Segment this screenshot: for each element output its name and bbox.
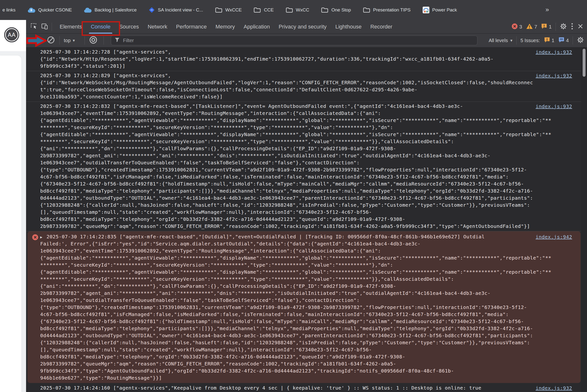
log-line-text: 4c67-bf56-bd8ccf492f81","isFcManaged":fa… bbox=[40, 174, 509, 180]
error-count: 3 bbox=[519, 24, 522, 30]
log-line-text: ********","secureKeyId":"**********","se… bbox=[40, 262, 393, 268]
bookmark-item-sa-incident-view-c[interactable]: SA Incident view - C... bbox=[148, 6, 203, 14]
bookmark-item-presentation-tips[interactable]: Presentation TIPS bbox=[363, 7, 411, 13]
source-link[interactable]: index.js:942 bbox=[536, 234, 572, 240]
scrollbar-thumb[interactable] bbox=[582, 49, 585, 77]
log-line-text: ********","secureKeyId":"**********","se… bbox=[40, 138, 454, 144]
error-count-badge[interactable]: 3 bbox=[511, 23, 522, 31]
log-line: {"type":"OUTBOUND"},"createdTimestamp":1… bbox=[40, 166, 567, 173]
log-line: ********","secureKeyId":"**********","se… bbox=[40, 276, 566, 283]
devtools-settings-button[interactable] bbox=[560, 23, 567, 31]
clear-console-icon bbox=[47, 36, 55, 45]
user-avatar[interactable]: AA bbox=[4, 27, 19, 42]
bookmark-item-one-stop[interactable]: One Stop bbox=[321, 7, 351, 13]
folder-icon bbox=[253, 7, 261, 13]
inspect-element-button[interactable] bbox=[30, 23, 38, 31]
tab-label: Sources bbox=[119, 24, 139, 30]
context-selector[interactable]: top ▾ bbox=[64, 34, 75, 47]
warning-count-badge[interactable]: 7 bbox=[526, 23, 537, 31]
folder-icon bbox=[215, 7, 223, 13]
log-line: {"12032988248":{"callerId":null,"hasJoin… bbox=[40, 202, 567, 209]
log-line-text: {"id":"Network/Http/Response","logVer":1… bbox=[40, 56, 493, 62]
bookmark-label: Presentation TIPS bbox=[373, 7, 411, 13]
error-circle-icon bbox=[32, 234, 39, 242]
gear-icon bbox=[577, 39, 584, 44]
tab-console[interactable]: Console bbox=[87, 20, 115, 34]
console-settings-button[interactable] bbox=[577, 36, 584, 45]
bookmarks-overflow-chevron[interactable]: » bbox=[545, 6, 548, 14]
source-link[interactable]: index.js:932 bbox=[536, 49, 572, 56]
toolbar-divider bbox=[60, 36, 60, 44]
bookmark-item-power-pack[interactable]: Power Pack bbox=[422, 6, 457, 14]
bookmark-item-cce[interactable]: CCE bbox=[253, 7, 274, 13]
bookmark-item-quicker-csone[interactable]: Quicker CSONE bbox=[27, 7, 72, 13]
breaking-issues-badge[interactable]: 1 bbox=[544, 37, 554, 44]
levels-dropdown[interactable]: All levels ▾ bbox=[489, 38, 512, 43]
toolbar-divider bbox=[573, 36, 573, 44]
log-line: 0d4444ad2123","outboundType":"OUTDIAL","… bbox=[40, 332, 566, 339]
gear-icon bbox=[560, 25, 567, 31]
levels-label: All levels bbox=[489, 38, 508, 43]
log-line-text: Failed:', Error",{"isErr":"yes","id":"Se… bbox=[40, 241, 420, 247]
bookmark-item-wxcc[interactable]: WxCC bbox=[285, 7, 309, 13]
info-issues-badge[interactable]: 4 bbox=[558, 37, 569, 44]
source-link[interactable]: index.js:932 bbox=[536, 385, 572, 391]
bookmark-label: Quicker CSONE bbox=[38, 7, 72, 13]
bookmark-item-wxcce[interactable]: WxCCE bbox=[215, 7, 242, 13]
log-entry: index.js:9322025-07-30 17:14:22:829 ["ag… bbox=[26, 71, 587, 102]
source-link[interactable]: index.js:932 bbox=[536, 72, 572, 79]
log-line-text: [],"queuedTimestamp":null,"state":"creat… bbox=[40, 347, 372, 352]
log-line-text: {"ani":"**********","dn":"**********"},"… bbox=[40, 283, 396, 289]
log-line: ▶2025-07-30 17:14:22:835 ["agentx-mfe-re… bbox=[40, 233, 566, 240]
devtools-panel: ElementsConsoleSourcesNetworkPerformance… bbox=[26, 20, 587, 392]
console-scrollbar[interactable] bbox=[581, 48, 587, 392]
clear-console-button[interactable] bbox=[47, 34, 55, 47]
device-toolbar-icon bbox=[41, 23, 48, 31]
log-line: {"agentEditable":"**********","agentView… bbox=[40, 268, 566, 276]
tab-performance[interactable]: Performance bbox=[172, 20, 211, 34]
tab-elements[interactable]: Elements bbox=[55, 20, 87, 34]
log-line-text: 2025-07-30 17:14:22:829 ["agentx-service… bbox=[40, 72, 171, 78]
more-options-button[interactable] bbox=[571, 23, 573, 31]
log-line: {"ani":"**********","dn":"**********"},"… bbox=[40, 145, 567, 152]
log-line-text: 2025-07-30 17:14:22:832 ["agentx-mfe-rea… bbox=[40, 103, 463, 109]
live-expressions-button[interactable] bbox=[89, 34, 98, 47]
log-line: {"ani":"**********","dn":"**********"},"… bbox=[40, 283, 566, 290]
log-line: 0d4444ad2123","outboundType":"OUTDIAL","… bbox=[40, 194, 567, 202]
log-line: Failed:', Error",{"isErr":"yes","id":"Se… bbox=[40, 240, 566, 247]
device-toolbar-button[interactable] bbox=[41, 23, 49, 31]
tab-privacy-and-security[interactable]: Privacy and security bbox=[274, 20, 331, 34]
log-line: {"type":"OUTBOUND"},"createdTimestamp":1… bbox=[40, 304, 566, 311]
log-line-text: {"agentEditable":"**********","agentView… bbox=[40, 269, 551, 275]
tabbar-status-cluster: 3 7 1 bbox=[511, 20, 583, 34]
cloud-bolt-icon bbox=[27, 7, 36, 13]
expand-triangle-icon[interactable]: ▶ bbox=[40, 234, 47, 241]
tabbar-divider bbox=[555, 23, 556, 31]
tab-application[interactable]: Application bbox=[239, 20, 274, 34]
bookmark-item-e-links[interactable]: e links bbox=[3, 7, 16, 13]
tab-network[interactable]: Network bbox=[143, 20, 172, 34]
eye-icon bbox=[89, 36, 98, 46]
log-line-text: ********","secureKeyId":"**********","se… bbox=[40, 276, 454, 282]
log-line: 2b9873399782","queueMgr":"aqm","reason":… bbox=[40, 223, 567, 230]
issues-count-badge[interactable]: 1 bbox=[541, 23, 552, 31]
log-entry: index.js:9322025-07-30 17:14:22:832 ["ag… bbox=[26, 102, 587, 231]
log-line: 2025-07-30 17:14:22:832 ["agentx-mfe-rea… bbox=[40, 103, 567, 110]
log-line: 1e063943cee7","outdialTransferToQueueEna… bbox=[40, 297, 566, 304]
tab-sources[interactable]: Sources bbox=[115, 20, 143, 34]
bookmark-item-backlog-salesforce[interactable]: Backlog | Salesforce bbox=[84, 7, 137, 13]
tab-memory[interactable]: Memory bbox=[211, 20, 239, 34]
log-line: {"id":"Network/Http/Response","logVer":1… bbox=[40, 56, 567, 62]
filter-input[interactable]: Filter bbox=[111, 36, 477, 45]
inspect-cursor-icon bbox=[30, 23, 38, 31]
log-line: t":true,"forceCloseWebSocketOnTimeout":f… bbox=[40, 86, 567, 93]
log-line: 1e063943cee7","outdialTransferToQueueEna… bbox=[40, 159, 567, 166]
tab-lighthouse[interactable]: Lighthouse bbox=[331, 20, 366, 34]
close-devtools-button[interactable] bbox=[577, 23, 583, 31]
log-line-text: {"agentEditable":"**********","agentView… bbox=[40, 255, 551, 261]
source-link[interactable]: index.js:932 bbox=[536, 103, 572, 110]
log-line-text: bd8ccf492f81","mediaType":"telephony","o… bbox=[40, 354, 405, 360]
tab-recorder[interactable]: Recorder bbox=[366, 20, 396, 34]
log-line: 2b9873399782","queueMgr":"aqm","reason":… bbox=[40, 360, 566, 368]
log-line: {"id":"Network/WebSocket/Msg/RoutingMess… bbox=[40, 79, 567, 86]
